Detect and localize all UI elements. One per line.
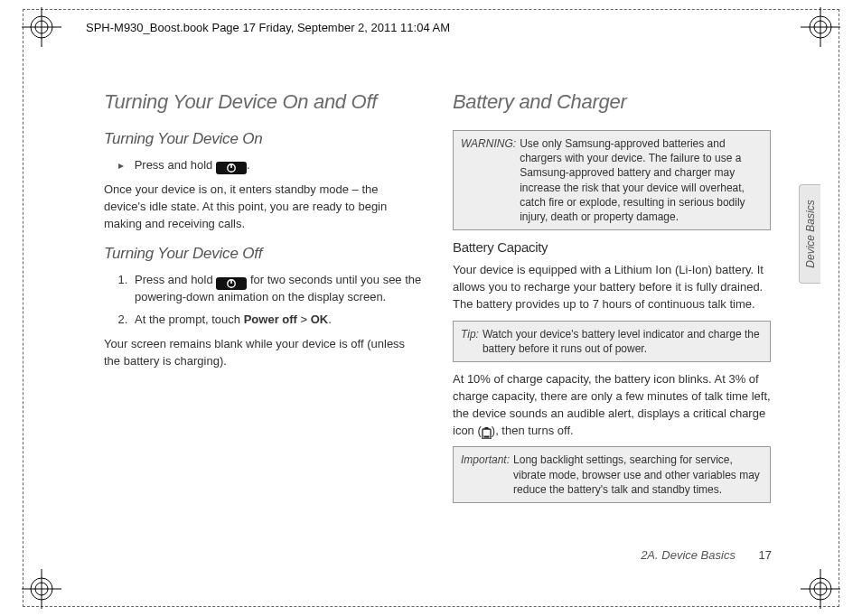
- heading-device-on: Turning Your Device On: [104, 130, 422, 148]
- heading-device-off: Turning Your Device Off: [104, 245, 422, 263]
- heading-battery-charger: Battery and Charger: [453, 90, 771, 114]
- battery-critical-icon: [482, 425, 492, 437]
- side-tab-label: Device Basics: [804, 200, 817, 267]
- label-power-off: Power off: [244, 313, 297, 326]
- paragraph-standby: Once your device is on, it enters standb…: [104, 182, 422, 233]
- page-footer: 2A. Device Basics 17: [641, 548, 772, 562]
- tip-label: Tip:: [461, 327, 479, 356]
- content-area: Turning Your Device On and Off Turning Y…: [104, 90, 773, 560]
- heading-battery-capacity: Battery Capacity: [453, 239, 771, 255]
- step-off-1: Press and hold for two seconds until you…: [131, 272, 422, 306]
- tip-text: Watch your device's battery level indica…: [483, 327, 763, 356]
- power-button-icon: [216, 275, 247, 287]
- registration-mark-icon: [22, 7, 61, 47]
- warning-box: WARNING: Use only Samsung-approved batte…: [453, 130, 771, 230]
- left-column: Turning Your Device On and Off Turning Y…: [104, 90, 422, 560]
- heading-device-onoff: Turning Your Device On and Off: [104, 90, 422, 114]
- paragraph-charge-levels: At 10% of charge capacity, the battery i…: [453, 371, 771, 439]
- registration-mark-icon: [22, 569, 61, 609]
- text: ), then turns off.: [492, 424, 574, 437]
- text: Press and hold: [135, 273, 216, 286]
- running-header: SPH-M930_Boost.book Page 17 Friday, Sept…: [86, 21, 450, 34]
- warning-label: WARNING:: [461, 136, 516, 224]
- text: Press and hold: [135, 158, 216, 172]
- text: .: [328, 313, 332, 326]
- steps-turn-off: Press and hold for two seconds until you…: [131, 272, 422, 329]
- side-tab: Device Basics: [799, 184, 820, 284]
- step-press-hold-on: Press and hold .: [118, 157, 422, 174]
- footer-section: 2A. Device Basics: [641, 548, 736, 562]
- important-text: Long backlight settings, searching for s…: [513, 453, 763, 497]
- text: .: [247, 158, 250, 172]
- svg-rect-24: [483, 436, 489, 438]
- right-column: Battery and Charger WARNING: Use only Sa…: [453, 90, 771, 560]
- paragraph-liion: Your device is equipped with a Lithium I…: [453, 262, 771, 313]
- registration-mark-icon: [801, 7, 840, 47]
- text: >: [297, 313, 311, 326]
- paragraph-screen-blank: Your screen remains blank while your dev…: [104, 336, 422, 370]
- warning-text: Use only Samsung-approved batteries and …: [520, 136, 763, 224]
- footer-page-number: 17: [759, 548, 772, 562]
- power-button-icon: [216, 160, 247, 173]
- label-ok: OK: [311, 313, 329, 326]
- step-off-2: At the prompt, touch Power off > OK.: [131, 312, 422, 329]
- tip-box: Tip: Watch your device's battery level i…: [453, 321, 771, 362]
- registration-mark-icon: [801, 569, 840, 609]
- important-box: Important: Long backlight settings, sear…: [453, 446, 771, 503]
- important-label: Important:: [461, 453, 510, 497]
- text: At the prompt, touch: [135, 313, 244, 326]
